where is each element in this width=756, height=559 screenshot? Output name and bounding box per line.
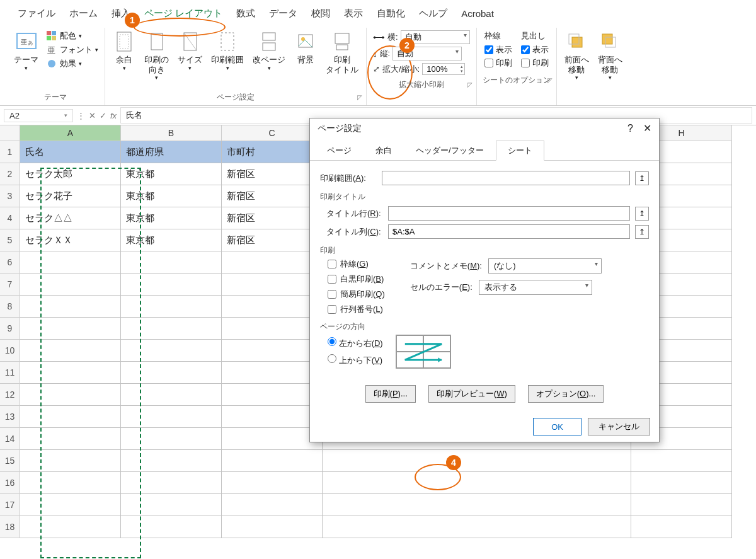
background-button[interactable]: 背景: [290, 29, 321, 89]
row-header[interactable]: 16: [0, 472, 20, 494]
cell[interactable]: [20, 450, 121, 472]
row-header[interactable]: 1: [0, 141, 20, 163]
gridlines-print-checkbox[interactable]: 印刷: [484, 57, 512, 69]
page-setup-launcher[interactable]: ◸: [357, 94, 362, 101]
errors-select[interactable]: 表示する: [479, 280, 592, 295]
headings-view-checkbox[interactable]: 表示: [521, 44, 549, 55]
cell[interactable]: [323, 494, 631, 516]
select-all-corner[interactable]: [0, 125, 20, 141]
row-header[interactable]: 13: [0, 406, 20, 428]
gridlines-checkbox[interactable]: 枠線(G): [328, 258, 385, 270]
cell[interactable]: [222, 406, 323, 428]
cell[interactable]: [222, 494, 323, 516]
cell[interactable]: 新宿区: [222, 163, 323, 185]
cell[interactable]: [20, 251, 121, 274]
colors-button[interactable]: 配色 ▾: [43, 29, 101, 43]
row-header[interactable]: 8: [0, 296, 20, 318]
breaks-button[interactable]: 改ページ▾: [249, 29, 289, 89]
print-area-button[interactable]: 印刷範囲▾: [207, 29, 248, 89]
row-header[interactable]: 9: [0, 318, 20, 340]
cell[interactable]: [631, 472, 732, 494]
fx-icon[interactable]: fx: [110, 111, 117, 120]
cell[interactable]: [222, 340, 323, 362]
black-white-checkbox[interactable]: 白黒印刷(B): [328, 274, 385, 285]
cell[interactable]: [121, 251, 222, 274]
scale-input[interactable]: 100%: [422, 63, 465, 75]
title-rows-input[interactable]: [388, 206, 630, 221]
row-header[interactable]: 5: [0, 229, 20, 251]
print-area-input[interactable]: [382, 171, 630, 185]
options-button[interactable]: オプション(O)...: [528, 385, 604, 403]
cell[interactable]: [121, 428, 222, 450]
cell[interactable]: [20, 318, 121, 340]
fonts-button[interactable]: 亜フォント ▾: [43, 43, 101, 57]
cell[interactable]: セラク△△: [20, 207, 121, 229]
cell[interactable]: [222, 450, 323, 472]
cell[interactable]: [222, 472, 323, 494]
cell[interactable]: [323, 516, 631, 538]
tab-page[interactable]: ページ: [315, 141, 364, 160]
row-header[interactable]: 11: [0, 362, 20, 384]
menu-formulas[interactable]: 数式: [230, 5, 261, 22]
headings-print-checkbox[interactable]: 印刷: [521, 57, 549, 69]
size-button[interactable]: サイズ▾: [174, 29, 206, 89]
cell[interactable]: 東京都: [121, 229, 222, 251]
row-header[interactable]: 7: [0, 274, 20, 296]
comments-select[interactable]: (なし): [488, 258, 602, 274]
print-titles-button[interactable]: 印刷 タイトル: [322, 29, 362, 89]
cell[interactable]: セラク太郎: [20, 163, 121, 185]
title-cols-ref-button[interactable]: ↥: [635, 225, 649, 239]
cell[interactable]: [222, 274, 323, 296]
col-header-C[interactable]: C: [222, 125, 323, 141]
menu-data[interactable]: データ: [263, 5, 304, 22]
cell[interactable]: [631, 494, 732, 516]
send-backward-button[interactable]: 背面へ 移動▾: [594, 29, 626, 89]
cell[interactable]: [20, 516, 121, 538]
cell[interactable]: 新宿区: [222, 229, 323, 251]
top-to-bottom-radio[interactable]: 上から下(V): [328, 354, 383, 366]
print-area-ref-button[interactable]: ↥: [635, 171, 649, 185]
cell[interactable]: 都道府県: [121, 141, 222, 163]
cell[interactable]: [121, 384, 222, 406]
cell[interactable]: [20, 428, 121, 450]
row-header[interactable]: 2: [0, 163, 20, 185]
row-header[interactable]: 4: [0, 207, 20, 229]
col-header-A[interactable]: A: [20, 125, 121, 141]
cell[interactable]: [323, 472, 631, 494]
cancel-button[interactable]: キャンセル: [588, 418, 650, 435]
orientation-button[interactable]: 印刷の 向き▾: [140, 29, 173, 89]
cell[interactable]: [20, 472, 121, 494]
cell[interactable]: 東京都: [121, 185, 222, 207]
cell[interactable]: [20, 384, 121, 406]
cell[interactable]: [20, 406, 121, 428]
tab-header-footer[interactable]: ヘッダー/フッター: [404, 141, 496, 160]
row-header[interactable]: 3: [0, 185, 20, 207]
cell[interactable]: 新宿区: [222, 207, 323, 229]
menu-view[interactable]: 表示: [338, 5, 369, 22]
cell[interactable]: [121, 340, 222, 362]
tab-sheet[interactable]: シート: [496, 141, 544, 161]
cell[interactable]: [20, 274, 121, 296]
print-button[interactable]: 印刷(P)...: [365, 385, 416, 403]
row-header[interactable]: 12: [0, 384, 20, 406]
cell[interactable]: [121, 406, 222, 428]
cell[interactable]: 東京都: [121, 207, 222, 229]
title-rows-ref-button[interactable]: ↥: [635, 207, 649, 221]
menu-page-layout[interactable]: ページ レイアウト: [138, 5, 229, 22]
gridlines-view-checkbox[interactable]: 表示: [484, 44, 512, 55]
cell[interactable]: 氏名: [20, 141, 121, 163]
cell[interactable]: [121, 450, 222, 472]
bring-forward-button[interactable]: 前面へ 移動▾: [561, 29, 593, 89]
name-box[interactable]: A2: [4, 109, 73, 122]
menu-automate[interactable]: 自動化: [370, 5, 411, 22]
row-header[interactable]: 17: [0, 494, 20, 516]
cell[interactable]: [121, 318, 222, 340]
dialog-close-icon[interactable]: ✕: [643, 122, 651, 134]
cell[interactable]: [631, 450, 732, 472]
cell[interactable]: [20, 494, 121, 516]
col-header-B[interactable]: B: [121, 125, 222, 141]
cell[interactable]: [222, 384, 323, 406]
formula-cancel-icon[interactable]: ✕: [89, 111, 96, 120]
cell[interactable]: [121, 516, 222, 538]
tab-margins[interactable]: 余白: [364, 141, 404, 160]
